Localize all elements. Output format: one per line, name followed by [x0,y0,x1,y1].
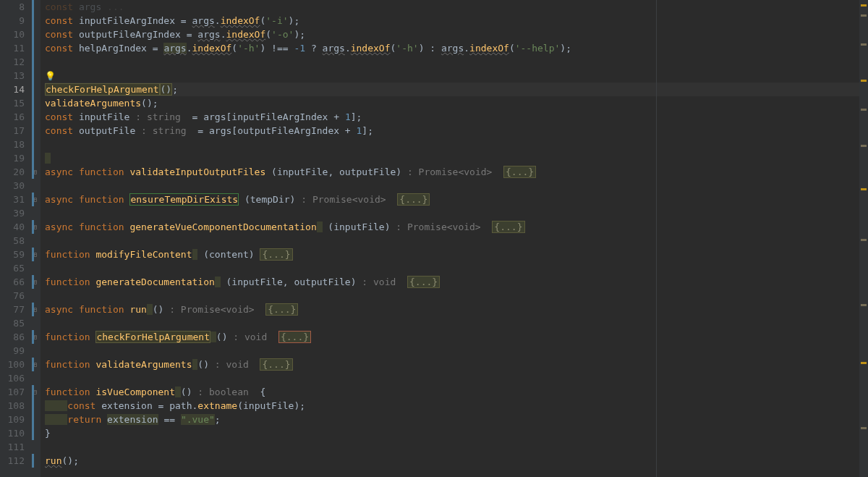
vcs-change-marker[interactable] [32,55,34,69]
line-number[interactable]: 17 [0,124,25,138]
stripe-marker[interactable] [861,145,867,147]
code-line[interactable]: function checkForHelpArgument () : void … [45,330,868,344]
stripe-marker[interactable] [861,43,867,46]
stripe-marker[interactable] [861,14,867,17]
vcs-change-marker[interactable] [32,110,34,124]
code-line[interactable]: const inputFile : string = args[inputFil… [45,110,868,124]
code-line[interactable] [45,316,868,330]
line-number[interactable]: 77 [0,303,25,316]
stripe-marker[interactable] [861,80,867,82]
code-line[interactable]: run(); [45,454,868,468]
line-number[interactable]: 107 [0,385,25,399]
code-line[interactable]: validateArguments(); [45,96,868,110]
code-line[interactable]: const helpArgIndex = args.indexOf('-h') … [45,41,868,55]
vcs-change-marker[interactable] [32,0,34,14]
line-number[interactable]: 58 [0,234,25,248]
vcs-change-marker[interactable] [32,303,34,316]
stripe-marker[interactable] [861,109,867,111]
vcs-change-marker[interactable] [32,165,34,179]
vcs-change-marker[interactable] [32,193,34,206]
line-number[interactable]: 39 [0,206,25,220]
code-line[interactable]: return extension == ".vue"; [45,413,868,426]
stripe-marker[interactable] [861,427,867,429]
code-line[interactable]: const args ... [45,0,868,14]
line-number[interactable]: 20 [0,165,25,179]
intention-bulb-icon[interactable]: 💡 [45,71,56,81]
code-line[interactable] [45,344,868,358]
vcs-change-marker[interactable] [32,41,34,55]
vcs-change-marker[interactable] [32,69,34,83]
code-line[interactable] [45,138,868,151]
code-line[interactable]: const extension = path.extname(inputFile… [45,399,868,413]
code-line[interactable] [45,206,868,220]
vcs-change-marker[interactable] [32,151,34,165]
vcs-change-marker[interactable] [32,14,34,28]
vcs-change-marker[interactable] [32,96,34,110]
vcs-change-marker[interactable] [32,385,34,399]
line-number[interactable]: 9 [0,14,25,28]
code-line[interactable]: const outputFile : string = args[outputF… [45,124,868,138]
stripe-marker[interactable] [861,188,867,190]
line-number[interactable]: 10 [0,28,25,41]
line-number[interactable]: 30 [0,179,25,193]
code-line[interactable]: async function validateInputOutputFiles … [45,165,868,179]
line-number[interactable]: 8 [0,0,25,14]
code-line[interactable]: function modifyFileContent (content) {..… [45,248,868,261]
code-line[interactable]: const outputFileArgIndex = args.indexOf(… [45,28,868,41]
code-line[interactable] [45,289,868,303]
code-line[interactable]: function validateArguments () : void {..… [45,358,868,371]
code-line[interactable]: async function run () : Promise<void> {.… [45,303,868,316]
code-line[interactable]: 💡 [45,69,868,83]
code-line[interactable]: const inputFileArgIndex = args.indexOf('… [45,14,868,28]
code-line[interactable]: async function ensureTempDirExists (temp… [45,193,868,206]
line-number[interactable]: 12 [0,55,25,69]
line-number[interactable]: 15 [0,96,25,110]
code-line[interactable]: async function generateVueComponentDocum… [45,220,868,234]
vcs-change-marker[interactable] [32,413,34,426]
line-number[interactable]: 19 [0,151,25,165]
code-editor[interactable]: 8910111213141516171819203031394058596566… [0,0,868,477]
vcs-change-marker[interactable] [32,426,34,440]
line-number[interactable]: 110 [0,426,25,440]
code-line[interactable] [45,55,868,69]
line-number[interactable]: 111 [0,440,25,454]
code-line[interactable]: function isVueComponent () : boolean { [45,385,868,399]
vcs-change-marker[interactable] [32,124,34,138]
line-number[interactable]: 76 [0,289,25,303]
line-number[interactable]: 59 [0,248,25,261]
vcs-change-marker[interactable] [32,220,34,234]
code-line[interactable] [45,440,868,454]
line-number[interactable]: 66 [0,275,25,289]
line-number[interactable]: 108 [0,399,25,413]
code-line[interactable] [45,179,868,193]
vcs-change-marker[interactable] [32,330,34,344]
code-line[interactable] [45,261,868,275]
stripe-marker[interactable] [861,362,867,364]
vcs-change-marker[interactable] [32,28,34,41]
line-number[interactable]: 100 [0,358,25,371]
code-line[interactable] [45,371,868,385]
line-number[interactable]: 16 [0,110,25,124]
vcs-change-marker[interactable] [32,248,34,261]
vcs-change-marker[interactable] [32,83,34,96]
vcs-change-marker[interactable] [32,275,34,289]
line-number[interactable]: 106 [0,371,25,385]
code-line[interactable]: checkForHelpArgument(); [45,83,868,96]
vcs-change-marker[interactable] [32,138,34,151]
line-number[interactable]: 85 [0,316,25,330]
code-line[interactable] [45,151,868,165]
line-number[interactable]: 14 [0,83,25,96]
line-number[interactable]: 86 [0,330,25,344]
code-line[interactable]: function generateDocumentation (inputFil… [45,275,868,289]
vcs-change-marker[interactable] [32,399,34,413]
stripe-marker[interactable] [861,239,867,241]
line-number[interactable]: 65 [0,261,25,275]
vcs-change-marker[interactable] [32,358,34,371]
code-area[interactable]: const args ...const inputFileArgIndex = … [41,0,868,477]
line-number[interactable]: 13 [0,69,25,83]
code-line[interactable]: } [45,426,868,440]
line-number[interactable]: 18 [0,138,25,151]
line-number[interactable]: 112 [0,454,25,468]
line-number[interactable]: 11 [0,41,25,55]
vcs-change-marker[interactable] [32,454,34,468]
